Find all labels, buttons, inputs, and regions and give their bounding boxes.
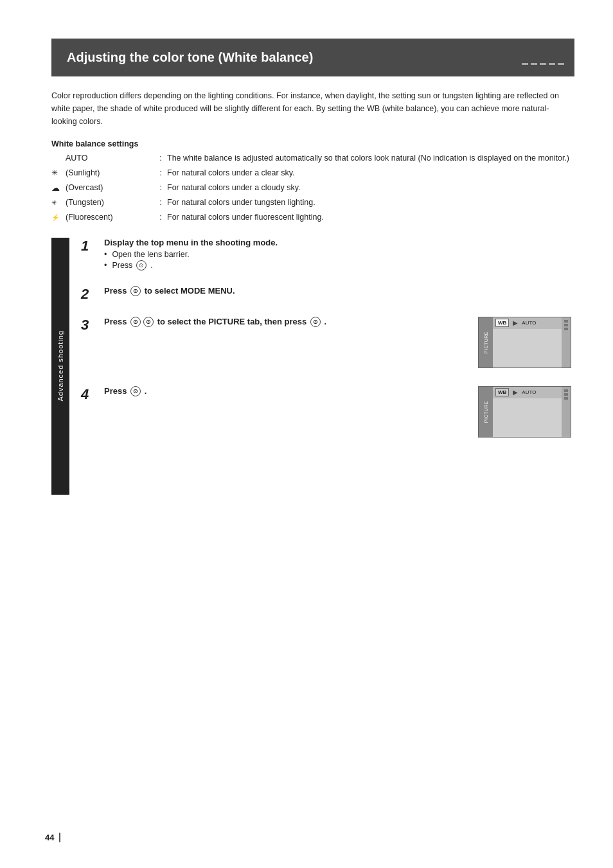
wb-desc-tungsten: For natural colors under tungsten lighti…	[167, 197, 574, 209]
step-4-image: PICTURE WB ▶ AUTO	[478, 386, 574, 443]
camera-top-bar-1: WB ▶ AUTO	[493, 317, 562, 329]
btn-icon-step2: ⊙	[130, 286, 141, 296]
btn-icon-step3c: ⊙	[310, 317, 321, 327]
camera-wb-label-1: WB	[495, 319, 509, 327]
step-2-number: 2	[81, 286, 99, 303]
camera-arrow-1: ▶	[513, 319, 518, 326]
camera-wb-value-2: AUTO	[522, 389, 536, 395]
wb-desc-auto: The white balance is adjusted automatica…	[167, 152, 574, 164]
intro-paragraph: Color reproduction differs depending on …	[51, 89, 574, 128]
camera-wb-label-2: WB	[495, 388, 509, 396]
wb-colon-overcast: :	[154, 182, 167, 194]
wb-settings-title: White balance settings	[51, 139, 574, 148]
sidebar-tab: Advanced shooting	[51, 238, 69, 495]
wb-icon-sun	[51, 167, 63, 179]
step-1-bullets: Open the lens barrier. Press ⊙ .	[104, 250, 574, 270]
wb-label-tungsten: ✳︎ (Tungsten)	[51, 197, 154, 209]
camera-sidebar-left-1: PICTURE	[479, 317, 493, 368]
step-1-body: Display the top menu in the shooting mod…	[104, 238, 574, 272]
wb-desc-sunlight: For natural colors under a clear sky.	[167, 167, 574, 179]
camera-sidebar-label-2: PICTURE	[484, 401, 488, 423]
wb-colon-tungsten: :	[154, 197, 167, 209]
step-1: 1 Display the top menu in the shooting m…	[81, 238, 574, 272]
wb-colon-fluorescent: :	[154, 211, 167, 224]
camera-sidebar-right-1	[562, 317, 571, 368]
step-3-content: 3 Press ⊙⊙ to select the PICTURE tab, th…	[81, 317, 468, 333]
page-number: 44	[45, 833, 60, 842]
camera-dot-1b	[564, 324, 568, 326]
camera-dot-1c	[564, 328, 568, 330]
wb-text-auto: AUTO	[66, 152, 88, 164]
wb-colon-auto: :	[154, 152, 167, 164]
wb-row-fluorescent: ⚡ (Fluorescent) : For natural colors und…	[51, 211, 574, 224]
camera-main-1: WB ▶ AUTO	[493, 317, 562, 368]
step-1-title: Display the top menu in the shooting mod…	[104, 238, 574, 247]
wb-desc-overcast: For natural colors under a cloudy sky.	[167, 182, 574, 194]
step-2-body: Press ⊙ to select MODE MENU.	[104, 286, 574, 299]
wb-row-sunlight: (Sunlight) : For natural colors under a …	[51, 167, 574, 179]
wb-icon-tungsten: ✳︎	[51, 198, 63, 208]
wb-label-fluorescent: ⚡ (Fluorescent)	[51, 211, 154, 224]
btn-icon-step4: ⊙	[130, 386, 141, 396]
page-title: Adjusting the color tone (White balance)	[67, 50, 559, 65]
camera-arrow-2: ▶	[513, 389, 518, 396]
btn-icon-step3a: ⊙	[130, 317, 141, 327]
wb-row-auto: AUTO : The white balance is adjusted aut…	[51, 152, 574, 164]
camera-body-2	[493, 398, 562, 437]
title-box: Adjusting the color tone (White balance)	[51, 39, 574, 76]
wb-icon-fluorescent: ⚡	[51, 213, 63, 222]
steps-content: 1 Display the top menu in the shooting m…	[81, 238, 574, 495]
btn-icon-step3b: ⊙	[143, 317, 154, 327]
camera-dot-2b	[564, 393, 568, 396]
sidebar-tab-label: Advanced shooting	[57, 330, 64, 402]
wb-row-tungsten: ✳︎ (Tungsten) : For natural colors under…	[51, 197, 574, 209]
btn-icon-menu: ⊙	[136, 260, 147, 270]
camera-dot-2a	[564, 389, 568, 392]
dashes-decoration	[522, 63, 564, 65]
step-2-title: Press ⊙ to select MODE MENU.	[104, 286, 574, 297]
camera-top-bar-2: WB ▶ AUTO	[493, 387, 562, 398]
wb-text-fluorescent: (Fluorescent)	[66, 211, 113, 224]
step-2: 2 Press ⊙ to select MODE MENU.	[81, 286, 574, 303]
wb-row-overcast: (Overcast) : For natural colors under a …	[51, 182, 574, 195]
step-3-title: Press ⊙⊙ to select the PICTURE tab, then…	[104, 317, 326, 328]
step-3-image: PICTURE WB ▶ AUTO	[478, 317, 574, 373]
wb-label-auto: AUTO	[51, 152, 154, 164]
step-1-bullet-1: Open the lens barrier.	[104, 250, 574, 259]
camera-display-1: PICTURE WB ▶ AUTO	[478, 317, 571, 368]
step-3-row: 3 Press ⊙⊙ to select the PICTURE tab, th…	[81, 317, 574, 373]
camera-sidebar-left-2: PICTURE	[479, 387, 493, 437]
step-1-number: 1	[81, 238, 99, 254]
camera-display-2: PICTURE WB ▶ AUTO	[478, 386, 571, 438]
step-4-title: Press ⊙ .	[104, 386, 147, 397]
wb-text-overcast: (Overcast)	[66, 182, 103, 194]
steps-area: Advanced shooting 1 Display the top menu…	[51, 238, 574, 495]
camera-sidebar-right-2	[562, 387, 571, 437]
step-1-bullet-2: Press ⊙ .	[104, 260, 574, 270]
step-3-number: 3	[81, 317, 99, 333]
camera-wb-value-1: AUTO	[522, 320, 536, 326]
step-3-body: Press ⊙⊙ to select the PICTURE tab, then…	[104, 317, 326, 330]
wb-label-overcast: (Overcast)	[51, 182, 154, 195]
step-4-row: 4 Press ⊙ . PICTURE	[81, 386, 574, 443]
step-4-number: 4	[81, 386, 99, 403]
wb-text-tungsten: (Tungsten)	[66, 197, 104, 209]
wb-icon-cloud	[51, 182, 63, 195]
wb-text-sunlight: (Sunlight)	[66, 167, 100, 179]
camera-sidebar-label-1: PICTURE	[484, 332, 488, 353]
step-4-body: Press ⊙ .	[104, 386, 147, 400]
wb-colon-sunlight: :	[154, 167, 167, 179]
camera-main-2: WB ▶ AUTO	[493, 387, 562, 437]
wb-settings-table: AUTO : The white balance is adjusted aut…	[51, 152, 574, 224]
camera-dot-2c	[564, 397, 568, 400]
step-4-content: 4 Press ⊙ .	[81, 386, 468, 403]
wb-desc-fluorescent: For natural colors under fluorescent lig…	[167, 211, 574, 224]
camera-dot-1a	[564, 320, 568, 323]
wb-label-sunlight: (Sunlight)	[51, 167, 154, 179]
camera-body-1	[493, 329, 562, 368]
